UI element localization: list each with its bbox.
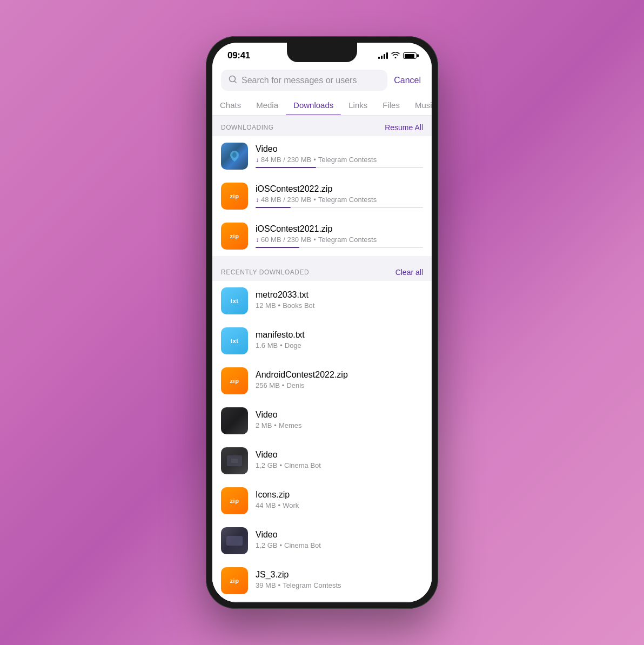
list-item[interactable]: zip iOSContest2022.zip ↓ 48 MB / 230 MB … (212, 176, 432, 216)
video-thumbnail (221, 143, 248, 170)
list-item[interactable]: zip iOSContest2021.zip ↓ 60 MB / 230 MB … (212, 216, 432, 256)
item-meta: 2 MB • Memes (256, 421, 423, 429)
item-source: Cinema Bot (284, 541, 321, 549)
item-info: Video 2 MB • Memes (256, 410, 423, 432)
item-source: Doge (285, 341, 301, 350)
item-meta: ↓ 60 MB / 230 MB • Telegram Contests (256, 236, 423, 244)
tab-links[interactable]: Links (341, 95, 375, 115)
item-source: Telegram Contests (318, 196, 377, 204)
item-source: Books Bot (283, 301, 314, 310)
item-name: Video (256, 144, 423, 154)
item-name: metro2033.txt (256, 290, 423, 300)
zip-icon: zip (221, 487, 248, 514)
svg-point-0 (230, 76, 236, 82)
download-arrow-icon: ↓ (256, 236, 259, 244)
item-meta: 1,2 GB • Cinema Bot (256, 541, 423, 549)
txt-icon: txt (221, 287, 248, 314)
recently-downloaded-title: RECENTLY DOWNLOADED (221, 268, 309, 276)
phone-screen: 09:41 (212, 43, 432, 602)
list-item[interactable]: Video ↓ 84 MB / 230 MB • Telegram Contes… (212, 136, 432, 176)
item-info: JS_3.zip 39 MB • Telegram Contests (256, 570, 423, 592)
video-thumbnail (221, 407, 248, 434)
item-meta: 256 MB • Denis (256, 381, 423, 389)
tab-music[interactable]: Music (407, 95, 432, 115)
video-thumbnail (221, 527, 248, 554)
item-source: Memes (279, 421, 302, 429)
list-item[interactable]: txt metro2033.txt 12 MB • Books Bot (212, 281, 432, 321)
progress-fill (256, 247, 299, 248)
list-item[interactable]: zip AndroidContest2022.zip 256 MB • Deni… (212, 361, 432, 401)
item-info: iOSContest2021.zip ↓ 60 MB / 230 MB • Te… (256, 224, 423, 248)
item-size: 1.6 MB (256, 341, 278, 350)
item-size: 1,2 GB (256, 461, 277, 469)
txt-icon: txt (221, 327, 248, 354)
item-source: Telegram Contests (283, 581, 341, 589)
item-meta: 1,2 GB • Cinema Bot (256, 461, 423, 469)
item-info: metro2033.txt 12 MB • Books Bot (256, 290, 423, 312)
download-arrow-icon: ↓ (256, 196, 259, 204)
cancel-button[interactable]: Cancel (392, 76, 423, 85)
clear-all-button[interactable]: Clear all (395, 268, 423, 277)
search-placeholder: Search for messages or users (242, 76, 357, 85)
progress-bar (256, 247, 423, 248)
recently-downloaded-list: txt metro2033.txt 12 MB • Books Bot (212, 281, 432, 601)
recently-downloaded-section-header: RECENTLY DOWNLOADED Clear all (212, 260, 432, 281)
list-item[interactable]: Video 1,2 GB • Cinema Bot (212, 521, 432, 561)
status-time: 09:41 (227, 50, 250, 61)
resume-all-button[interactable]: Resume All (385, 123, 423, 132)
tab-downloads[interactable]: Downloads (286, 95, 341, 115)
zip-icon: zip (221, 183, 248, 210)
item-size: 2 MB (256, 421, 272, 429)
item-meta: ↓ 48 MB / 230 MB • Telegram Contests (256, 196, 423, 204)
item-info: Video 1,2 GB • Cinema Bot (256, 450, 423, 472)
list-item[interactable]: zip JS_3.zip 39 MB • Telegram Contests (212, 561, 432, 601)
download-arrow-icon: ↓ (256, 156, 259, 164)
progress-bar (256, 167, 423, 168)
item-source: Telegram Contests (318, 156, 377, 164)
item-size: 60 MB / 230 MB (261, 236, 311, 244)
item-meta: 44 MB • Work (256, 501, 423, 509)
item-info: Video ↓ 84 MB / 230 MB • Telegram Contes… (256, 144, 423, 168)
item-name: manifesto.txt (256, 330, 423, 340)
item-name: Video (256, 450, 423, 460)
downloads-content: DOWNLOADING Resume All (212, 116, 432, 602)
item-size: 84 MB / 230 MB (261, 156, 311, 164)
item-source: Cinema Bot (284, 461, 321, 469)
item-source: Denis (286, 381, 304, 389)
item-source: Telegram Contests (318, 236, 377, 244)
item-name: Video (256, 410, 423, 420)
video-thumbnail (221, 447, 248, 474)
search-icon (229, 75, 237, 85)
item-source: Work (283, 501, 299, 509)
tab-chats[interactable]: Chats (212, 95, 249, 115)
item-name: iOSContest2022.zip (256, 184, 423, 194)
item-meta: 12 MB • Books Bot (256, 301, 423, 310)
item-name: iOSContest2021.zip (256, 224, 423, 234)
tabs-container: Chats Media Downloads Links Files Music (212, 95, 432, 116)
search-input[interactable]: Search for messages or users (221, 70, 387, 91)
item-size: 1,2 GB (256, 541, 277, 549)
zip-icon: zip (221, 223, 248, 250)
item-info: manifesto.txt 1.6 MB • Doge (256, 330, 423, 352)
tab-media[interactable]: Media (249, 95, 286, 115)
list-item[interactable]: Video 2 MB • Memes (212, 401, 432, 441)
item-name: JS_3.zip (256, 570, 423, 580)
battery-icon (403, 52, 417, 59)
phone-frame: 09:41 (206, 36, 438, 609)
item-name: Video (256, 530, 423, 540)
list-item[interactable]: Video 1,2 GB • Cinema Bot (212, 441, 432, 481)
list-item[interactable]: txt manifesto.txt 1.6 MB • Doge (212, 321, 432, 361)
item-name: Icons.zip (256, 490, 423, 500)
zip-icon: zip (221, 567, 248, 594)
item-size: 44 MB (256, 501, 276, 509)
item-size: 256 MB (256, 381, 280, 389)
downloading-section-title: DOWNLOADING (221, 124, 274, 131)
item-size: 39 MB (256, 581, 276, 589)
tab-files[interactable]: Files (375, 95, 407, 115)
item-meta: 1.6 MB • Doge (256, 341, 423, 350)
notch (287, 43, 357, 62)
list-item[interactable]: zip Icons.zip 44 MB • Work (212, 481, 432, 521)
svg-point-1 (232, 152, 237, 158)
item-meta: ↓ 84 MB / 230 MB • Telegram Contests (256, 156, 423, 164)
item-info: AndroidContest2022.zip 256 MB • Denis (256, 370, 423, 392)
